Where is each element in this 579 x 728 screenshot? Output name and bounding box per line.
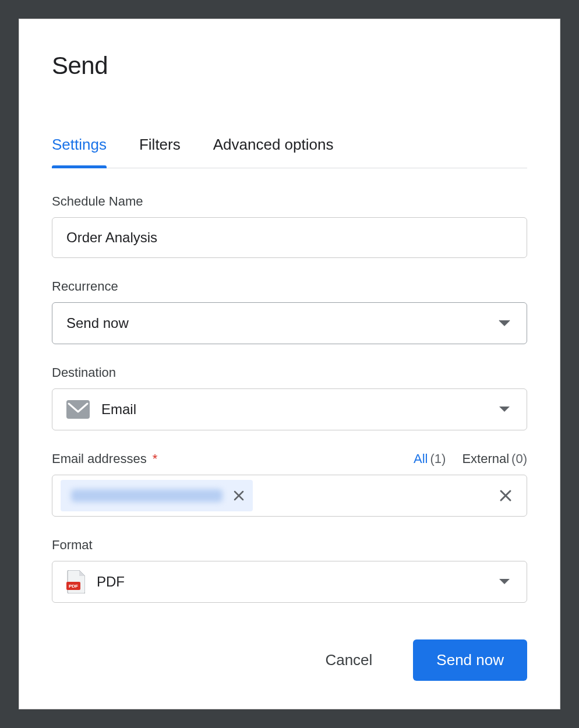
destination-value: Email (101, 401, 136, 418)
email-label-text: Email addresses (52, 451, 147, 466)
tabs: Settings Filters Advanced options (52, 136, 527, 168)
tab-filters[interactable]: Filters (139, 136, 181, 168)
pdf-icon: PDF (66, 570, 85, 593)
email-addresses-label: Email addresses * (52, 451, 157, 467)
format-value: PDF (97, 574, 125, 590)
recurrence-field: Recurrence Send now (52, 279, 527, 344)
svg-text:PDF: PDF (69, 584, 78, 589)
caret-down-icon (499, 320, 510, 327)
all-label: All (414, 451, 428, 466)
tab-settings[interactable]: Settings (52, 136, 107, 168)
remove-chip-icon[interactable] (233, 490, 245, 501)
format-select[interactable]: PDF PDF (52, 561, 527, 603)
email-field: Email addresses * All(1) External(0) (52, 451, 527, 517)
send-now-button[interactable]: Send now (413, 639, 527, 681)
dialog-footer: Cancel Send now (322, 639, 527, 681)
format-label: Format (52, 538, 527, 553)
email-chip (61, 480, 253, 511)
email-filter-external[interactable]: External(0) (462, 451, 527, 467)
schedule-name-label: Schedule Name (52, 194, 527, 209)
dialog-title: Send (52, 52, 527, 80)
format-field: Format PDF PDF (52, 538, 527, 603)
schedule-name-input[interactable] (52, 217, 527, 258)
all-count: (1) (430, 451, 446, 466)
send-dialog: Send Settings Filters Advanced options S… (19, 19, 560, 709)
tab-advanced-options[interactable]: Advanced options (213, 136, 334, 168)
svg-rect-0 (66, 400, 90, 419)
recurrence-value: Send now (66, 315, 129, 331)
external-count: (0) (511, 451, 527, 466)
settings-form: Schedule Name Recurrence Send now Destin… (52, 194, 527, 603)
recurrence-label: Recurrence (52, 279, 527, 294)
email-filter-all[interactable]: All(1) (414, 451, 446, 467)
email-counts: All(1) External(0) (414, 451, 527, 467)
destination-field: Destination Email (52, 365, 527, 430)
caret-down-icon (499, 578, 510, 585)
email-chip-value (71, 489, 223, 502)
email-icon (66, 400, 90, 419)
email-addresses-input[interactable] (52, 475, 527, 517)
recurrence-select[interactable]: Send now (52, 302, 527, 344)
destination-select[interactable]: Email (52, 388, 527, 430)
required-marker: * (153, 451, 158, 466)
destination-label: Destination (52, 365, 527, 380)
email-header: Email addresses * All(1) External(0) (52, 451, 527, 467)
cancel-button[interactable]: Cancel (322, 651, 376, 670)
external-label: External (462, 451, 509, 466)
clear-all-icon[interactable] (499, 489, 513, 503)
schedule-name-field: Schedule Name (52, 194, 527, 258)
caret-down-icon (499, 406, 510, 413)
